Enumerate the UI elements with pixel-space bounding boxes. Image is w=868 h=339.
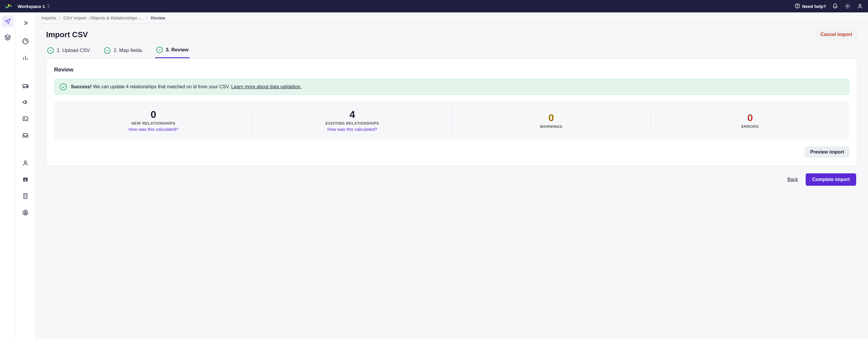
- svg-point-12: [25, 178, 26, 180]
- svg-rect-13: [24, 194, 27, 199]
- breadcrumb-sep: /: [59, 15, 60, 21]
- step-label: 1. Upload CSV: [57, 47, 90, 54]
- step-map[interactable]: 2. Map fields: [103, 44, 143, 58]
- back-link[interactable]: Back: [787, 177, 798, 182]
- breadcrumb-link-imports[interactable]: Imports: [41, 15, 56, 21]
- help-circle-icon: [795, 3, 800, 10]
- stat-label: ERRORS: [741, 124, 759, 129]
- wizard-steps: 1. Upload CSV 2. Map fields 3. Review: [46, 44, 857, 59]
- check-circle-icon: [60, 83, 67, 90]
- help-link[interactable]: Need help?: [795, 3, 826, 10]
- workspace-selector[interactable]: Workspace 1: [18, 4, 50, 9]
- svg-point-15: [25, 211, 26, 213]
- cancel-import-button[interactable]: Cancel import: [815, 29, 857, 40]
- check-circle-icon: [47, 47, 54, 54]
- svg-point-4: [859, 4, 861, 6]
- banner-message: Success! We can update 4 relationships t…: [71, 84, 302, 90]
- inbox-icon[interactable]: [21, 131, 30, 139]
- breadcrumb-link-csv[interactable]: CSV Import - Objects & Relationships -..…: [63, 15, 144, 21]
- stat-label: EXISTING RELATIONSHIPS: [325, 121, 379, 126]
- step-label: 3. Review: [166, 47, 189, 53]
- wizard-footer: Back Complete import: [46, 166, 857, 186]
- banner-strong: Success!: [71, 84, 92, 89]
- user-icon[interactable]: [857, 3, 863, 9]
- banner-text: We can update 4 relationships that match…: [92, 84, 231, 89]
- svg-point-0: [8, 4, 9, 6]
- bar-chart-icon[interactable]: [21, 54, 30, 62]
- stat-warnings: 0 WARNINGS: [452, 107, 651, 133]
- svg-rect-6: [23, 84, 27, 87]
- stat-errors: 0 ERRORS: [651, 107, 849, 133]
- gear-icon[interactable]: [844, 3, 851, 9]
- stats-row: 0 NEW RELATIONSHIPS How was this calcula…: [54, 101, 849, 139]
- stat-existing-relationships: 4 EXISTING RELATIONSHIPS How was this ca…: [253, 107, 452, 133]
- svg-point-7: [23, 87, 25, 88]
- help-label: Need help?: [802, 4, 826, 9]
- check-circle-icon: [104, 47, 111, 54]
- svg-point-8: [27, 87, 28, 88]
- rail-layers-icon[interactable]: [2, 31, 13, 43]
- stat-calc-link[interactable]: How was this calculated?: [327, 127, 377, 132]
- svg-point-10: [24, 161, 26, 163]
- stat-label: NEW RELATIONSHIPS: [131, 121, 176, 126]
- person-icon[interactable]: [21, 159, 30, 167]
- step-upload[interactable]: 1. Upload CSV: [46, 44, 91, 58]
- svg-rect-9: [23, 117, 28, 121]
- dashboard-icon[interactable]: [21, 37, 30, 45]
- preview-import-button[interactable]: Preview import: [805, 146, 849, 158]
- preview-row: Preview import: [54, 146, 849, 158]
- primary-rail: [0, 12, 16, 339]
- card-title: Review: [54, 66, 849, 73]
- megaphone-icon[interactable]: [21, 98, 30, 106]
- chevron-updown-icon: [47, 4, 50, 9]
- rail-send-icon[interactable]: [2, 15, 13, 27]
- stat-calc-link[interactable]: How was this calculated?: [128, 127, 178, 132]
- topbar-right: Need help?: [795, 3, 863, 10]
- expand-sidebar-icon[interactable]: [20, 17, 31, 29]
- breadcrumb-current: Review: [151, 15, 165, 21]
- stat-value: 0: [151, 109, 156, 120]
- complete-import-button[interactable]: Complete import: [806, 173, 856, 186]
- app-logo-icon[interactable]: [5, 2, 12, 10]
- breadcrumb-sep: /: [147, 15, 148, 21]
- step-label: 2. Map fields: [114, 47, 142, 54]
- svg-point-3: [847, 6, 848, 7]
- breadcrumb: Imports / CSV Import - Objects & Relatio…: [35, 12, 868, 24]
- building-icon[interactable]: [21, 192, 30, 200]
- secondary-rail: [16, 12, 35, 339]
- stat-value: 4: [349, 109, 355, 120]
- bell-icon[interactable]: [832, 3, 838, 9]
- workspace-label: Workspace 1: [18, 4, 45, 9]
- check-circle-icon: [156, 47, 163, 53]
- camper-icon[interactable]: [21, 81, 30, 90]
- page-header: Import CSV Cancel import: [46, 29, 857, 40]
- banner-learn-more-link[interactable]: Learn more about data validation.: [231, 84, 302, 89]
- stat-label: WARNINGS: [540, 124, 562, 129]
- stat-value: 0: [548, 112, 554, 123]
- review-card: Review Success! We can update 4 relation…: [46, 59, 857, 166]
- step-review[interactable]: 3. Review: [155, 44, 190, 58]
- main-content: Imports / CSV Import - Objects & Relatio…: [35, 12, 868, 339]
- terminal-icon[interactable]: [21, 114, 30, 123]
- contact-card-icon[interactable]: [21, 175, 30, 184]
- topbar: Workspace 1 Need help?: [0, 0, 868, 12]
- page-title: Import CSV: [46, 30, 88, 39]
- user-circle-icon[interactable]: [21, 208, 30, 217]
- stat-value: 0: [747, 112, 753, 123]
- success-banner: Success! We can update 4 relationships t…: [54, 79, 849, 95]
- stat-new-relationships: 0 NEW RELATIONSHIPS How was this calcula…: [54, 107, 253, 133]
- topbar-left: Workspace 1: [5, 2, 50, 10]
